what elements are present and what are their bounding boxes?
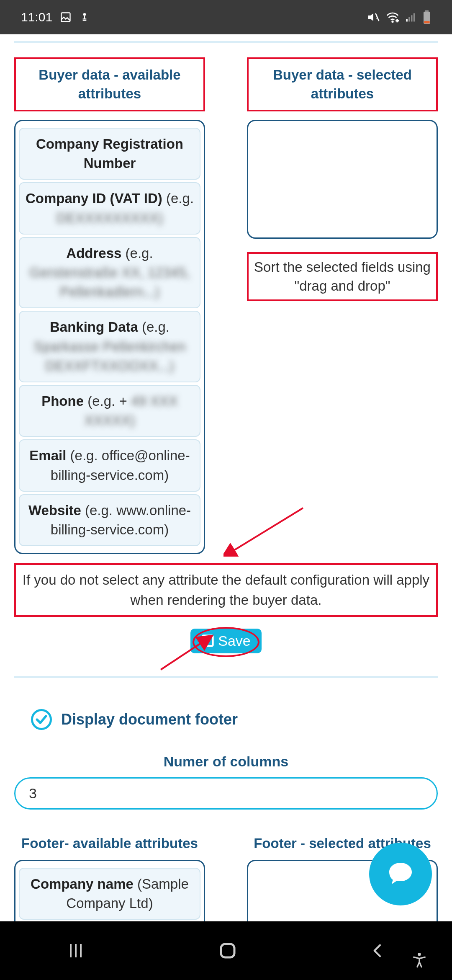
android-nav-bar	[0, 921, 452, 980]
status-right: +	[367, 10, 431, 24]
attr-example-prefix: (e.g.	[166, 191, 194, 206]
attr-example-blurred: Gerstenstraße XX, 12345, Pellenkadlern..…	[29, 265, 190, 299]
svg-rect-7	[413, 13, 415, 22]
attr-name: Company ID (VAT ID)	[26, 191, 162, 206]
buyer-selected-list[interactable]	[247, 120, 438, 239]
svg-point-2	[392, 21, 393, 22]
check-circle-icon	[31, 709, 52, 730]
svg-rect-17	[221, 944, 234, 957]
download-icon	[79, 12, 90, 23]
svg-rect-8	[425, 10, 429, 12]
divider	[14, 676, 438, 678]
display-footer-toggle[interactable]: Display document footer	[14, 709, 438, 730]
buyer-available-header: Buyer data - available attributes	[14, 57, 205, 111]
attr-name: Company name	[31, 876, 134, 892]
status-bar: 11:01 +	[0, 0, 452, 34]
signal-icon	[405, 11, 417, 23]
attr-name: Email	[29, 448, 66, 463]
home-button[interactable]	[218, 941, 238, 961]
attr-example-prefix: (e.g. +	[87, 393, 127, 409]
sort-hint: Sort the selected fields using "drag and…	[247, 252, 438, 301]
accessibility-button[interactable]	[411, 952, 428, 968]
display-footer-label: Display document footer	[61, 711, 238, 728]
chat-fab[interactable]	[369, 843, 432, 905]
svg-rect-4	[406, 19, 408, 22]
attr-name: Phone	[41, 393, 84, 409]
buyer-selected-column: Buyer data - selected attributes Sort th…	[247, 57, 438, 554]
svg-rect-0	[62, 13, 70, 22]
svg-point-18	[418, 953, 421, 956]
buyer-available-list[interactable]: Company Registration Number Company ID (…	[14, 120, 205, 554]
divider	[14, 41, 438, 43]
battery-icon	[423, 10, 431, 24]
list-item[interactable]: Address (e.g. Gerstenstraße XX, 12345, P…	[19, 237, 200, 309]
attr-example: (e.g. office@online-billing-service.com)	[51, 448, 190, 482]
attr-name: Website	[28, 503, 81, 518]
svg-rect-6	[411, 15, 413, 21]
attr-example-prefix: (e.g.	[142, 319, 170, 335]
chat-icon	[385, 859, 416, 889]
recent-apps-button[interactable]	[66, 941, 86, 961]
buyer-available-column: Buyer data - available attributes Compan…	[14, 57, 205, 554]
list-item[interactable]: Company name (Sample Company Ltd)	[19, 868, 200, 920]
num-columns-label: Numer of columns	[14, 753, 438, 770]
status-left: 11:01	[21, 10, 90, 24]
buyer-selected-header: Buyer data - selected attributes	[247, 57, 438, 111]
wifi-icon: +	[386, 10, 399, 24]
info-message: If you do not select any attribute the d…	[14, 563, 438, 617]
attr-example-prefix: (e.g.	[126, 245, 153, 261]
back-button[interactable]	[370, 941, 386, 961]
list-item[interactable]: Email (e.g. office@online-billing-servic…	[19, 439, 200, 491]
svg-line-11	[232, 508, 303, 552]
footer-available-header: Footer- available attributes	[14, 836, 205, 851]
num-columns-input[interactable]	[14, 777, 438, 810]
save-row: Save	[14, 629, 438, 653]
svg-text:+: +	[396, 18, 398, 23]
attr-name: Banking Data	[50, 319, 138, 335]
svg-rect-10	[424, 21, 429, 23]
list-item[interactable]: Company Registration Number	[19, 128, 200, 180]
attr-name: Address	[66, 245, 121, 261]
annotation-arrow-to-save	[157, 634, 232, 672]
list-item[interactable]: Company ID (VAT ID) (e.g. DEXXXXXXXXX)	[19, 182, 200, 234]
svg-rect-5	[408, 17, 410, 22]
list-item[interactable]: Website (e.g. www.online-billing-service…	[19, 494, 200, 546]
status-time: 11:01	[21, 10, 52, 24]
attr-name: Company Registration Number	[36, 136, 183, 171]
list-item[interactable]: Banking Data (e.g. Sparkasse Pellenkirch…	[19, 311, 200, 382]
svg-line-13	[161, 642, 203, 670]
image-icon	[60, 11, 72, 23]
svg-point-1	[83, 13, 86, 16]
attr-example-blurred: Sparkasse Pellenkirchen DEXXFTXXOOXX...)	[33, 339, 185, 374]
list-item[interactable]: Phone (e.g. + 49 XXX XXXXX)	[19, 385, 200, 437]
mute-vibrate-icon	[367, 10, 380, 24]
attr-example-blurred: DEXXXXXXXXX)	[56, 210, 163, 226]
buyer-columns: Buyer data - available attributes Compan…	[14, 57, 438, 554]
